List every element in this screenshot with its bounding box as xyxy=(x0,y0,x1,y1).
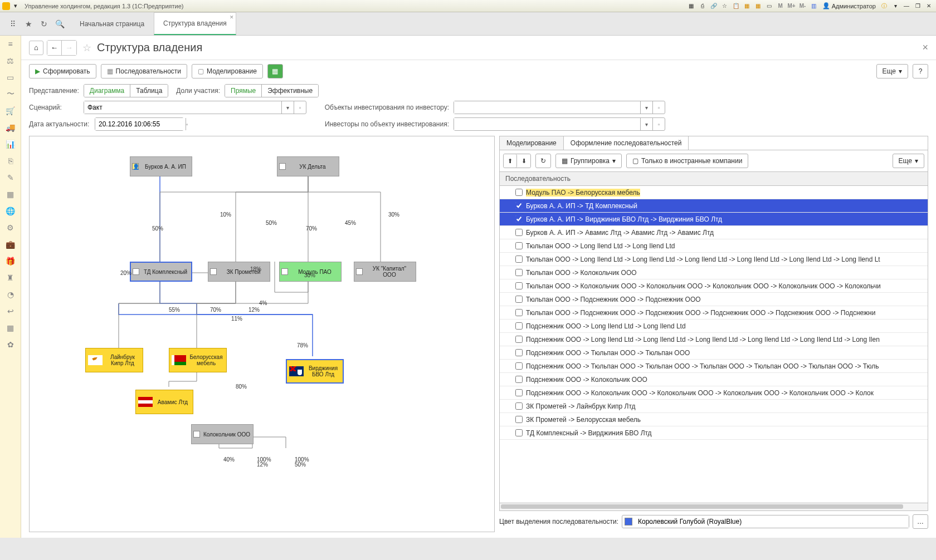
node-avamis[interactable]: Авамис Лтд xyxy=(135,390,193,414)
m-plus-button[interactable]: M+ xyxy=(787,2,797,11)
row-checkbox[interactable] xyxy=(515,229,523,236)
view-diagram-option[interactable]: Диаграмма xyxy=(84,85,130,97)
row-checkbox[interactable] xyxy=(515,269,523,276)
list-item[interactable]: Тюльпан ООО -> Колокольчик ООО xyxy=(500,266,928,279)
obj-by-inv-input[interactable] xyxy=(454,101,640,114)
scenario-dropdown-icon[interactable]: ▾ xyxy=(281,101,294,114)
list-item[interactable]: Бурков А. А. ИП -> ТД Комплексный xyxy=(500,199,928,213)
home-button[interactable]: ⌂ xyxy=(29,41,43,55)
tab-modeling[interactable]: Моделирование xyxy=(500,136,564,150)
app-menu-dropdown[interactable]: ▾ xyxy=(11,2,20,11)
row-checkbox[interactable] xyxy=(515,389,523,396)
color-picker-button[interactable]: … xyxy=(913,514,928,529)
toolbar-icon-1[interactable]: ▦ xyxy=(686,2,696,11)
rail-icon-9[interactable]: ▦ xyxy=(6,189,16,199)
list-item[interactable]: ЗК Прометей -> Белорусская мебель xyxy=(500,413,928,426)
row-checkbox[interactable] xyxy=(515,349,523,356)
list-item[interactable]: ЗК Прометей -> Лайнбрук Кипр Лтд xyxy=(500,400,928,413)
history-icon[interactable]: ↻ xyxy=(39,19,49,29)
row-checkbox[interactable] xyxy=(515,322,523,330)
node-burkov[interactable]: 👤Бурков А. А. ИП xyxy=(130,156,192,176)
rail-icon-7[interactable]: ⎘ xyxy=(6,156,16,166)
row-checkbox[interactable] xyxy=(515,336,523,343)
inv-obj-open-icon[interactable]: ▫ xyxy=(652,118,665,130)
scrollbar-thumb[interactable] xyxy=(501,504,903,509)
obj-inv-open-icon[interactable]: ▫ xyxy=(652,101,665,114)
date-input[interactable] xyxy=(95,118,186,130)
m-button[interactable]: M xyxy=(776,2,786,11)
link-icon[interactable]: 🔗 xyxy=(709,2,719,11)
minimize-icon[interactable]: — xyxy=(901,2,911,11)
grid-icon-2[interactable]: ▦ xyxy=(753,2,763,11)
print-icon[interactable]: ⎙ xyxy=(698,2,708,11)
list-item[interactable]: Бурков А. А. ИП -> Вирджиния БВО Лтд -> … xyxy=(500,213,928,226)
rail-icon-16[interactable]: ↩ xyxy=(6,306,16,316)
close-window-icon[interactable]: ✕ xyxy=(924,2,934,11)
rail-clock-icon[interactable]: ◔ xyxy=(6,289,16,299)
row-checkbox[interactable] xyxy=(515,256,523,263)
list-item[interactable]: Тюльпан ООО -> Long Ilend Ltd -> Long Il… xyxy=(500,253,928,266)
calc-icon[interactable]: ▭ xyxy=(764,2,774,11)
rail-icon-1[interactable]: ⚖ xyxy=(6,56,16,66)
color-combo[interactable] xyxy=(622,515,909,528)
inv-obj-dropdown-icon[interactable]: ▾ xyxy=(640,118,652,130)
tab-ownership-structure[interactable]: Структура владения ✕ xyxy=(154,12,236,35)
modeling-button[interactable]: ▢Моделирование xyxy=(192,64,263,78)
list-item[interactable]: Подснежник ООО -> Тюльпан ООО -> Тюльпан… xyxy=(500,360,928,373)
share-effective-option[interactable]: Эффективные xyxy=(262,85,318,97)
obj-by-inv-combo[interactable]: ▾ ▫ xyxy=(454,101,665,114)
sequence-list[interactable]: Модуль ПАО -> Белорусская мебельБурков А… xyxy=(499,186,928,503)
rail-gear-icon[interactable]: ⚙ xyxy=(6,223,16,233)
row-checkbox[interactable] xyxy=(515,429,523,436)
node-bvi[interactable]: Вирджиния БВО Лтд xyxy=(286,359,344,384)
m-minus-button[interactable]: M- xyxy=(798,2,808,11)
user-menu[interactable]: 👤 Администратор xyxy=(820,2,878,9)
scenario-input[interactable] xyxy=(84,101,281,114)
help-button[interactable]: ? xyxy=(913,64,928,78)
apps-icon[interactable]: ⠿ xyxy=(8,19,18,29)
list-item[interactable]: Тюльпан ООО -> Long Ilend Ltd -> Long Il… xyxy=(500,239,928,253)
list-item[interactable]: Модуль ПАО -> Белорусская мебель xyxy=(500,186,928,199)
list-item[interactable]: Тюльпан ООО -> Подснежник ООО -> Подснеж… xyxy=(500,306,928,320)
info-dropdown-icon[interactable]: ▾ xyxy=(890,2,900,11)
favorites-icon[interactable]: ★ xyxy=(23,19,33,29)
tab-close-icon[interactable]: ✕ xyxy=(230,14,234,20)
favorite-star-icon[interactable]: ☆ xyxy=(82,42,91,54)
list-item[interactable]: Подснежник ООО -> Колокольчик ООО -> Кол… xyxy=(500,386,928,400)
forward-button[interactable]: → xyxy=(62,41,76,55)
row-checkbox[interactable] xyxy=(515,202,523,209)
form-button[interactable]: ▶Сформировать xyxy=(29,64,96,78)
list-item[interactable]: Бурков А. А. ИП -> Авамис Лтд -> Авамис … xyxy=(500,226,928,239)
info-icon[interactable]: ⓘ xyxy=(879,2,889,11)
foreign-only-button[interactable]: ▢Только в иностранные компании xyxy=(626,154,748,168)
more-button[interactable]: Еще ▾ xyxy=(876,64,908,78)
rail-gift-icon[interactable]: 🎁 xyxy=(6,256,16,266)
row-checkbox[interactable] xyxy=(515,416,523,423)
list-item[interactable]: Подснежник ООО -> Тюльпан ООО -> Тюльпан… xyxy=(500,346,928,360)
color-input[interactable] xyxy=(635,515,909,528)
tab-sequence-styling[interactable]: Оформление последовательностей xyxy=(564,136,689,150)
panel-icon[interactable]: ▥ xyxy=(809,2,819,11)
green-action-button[interactable]: ▦ xyxy=(267,64,283,78)
rail-briefcase-icon[interactable]: 💼 xyxy=(6,239,16,249)
obj-inv-dropdown-icon[interactable]: ▾ xyxy=(640,101,652,114)
rail-icon-8[interactable]: ✎ xyxy=(6,173,16,183)
rail-settings-icon[interactable]: ✿ xyxy=(6,340,16,350)
node-kapital[interactable]: УК "Капитал" ООО xyxy=(354,262,416,282)
rail-menu-icon[interactable]: ≡ xyxy=(6,39,16,49)
move-down-button[interactable]: ⬇ xyxy=(517,154,530,168)
sequences-button[interactable]: ▦Последовательности xyxy=(101,64,187,78)
search-icon[interactable]: 🔍 xyxy=(55,19,65,29)
list-item[interactable]: Подснежник ООО -> Колокольчик ООО xyxy=(500,373,928,386)
rail-chart-icon[interactable]: 📊 xyxy=(6,139,16,149)
node-belarus[interactable]: Белорусская мебель xyxy=(169,348,227,372)
row-checkbox[interactable] xyxy=(515,402,523,410)
more-button-right[interactable]: Еще ▾ xyxy=(893,154,924,168)
node-kolok[interactable]: Колокольчик ООО xyxy=(191,424,254,444)
rail-icon-14[interactable]: ♜ xyxy=(6,273,16,283)
rail-icon-2[interactable]: ▭ xyxy=(6,72,16,82)
row-checkbox[interactable] xyxy=(515,296,523,303)
scenario-combo[interactable]: ▾ ▫ xyxy=(84,101,306,114)
tab-start-page[interactable]: Начальная страница xyxy=(70,12,154,35)
row-checkbox[interactable] xyxy=(515,215,523,223)
